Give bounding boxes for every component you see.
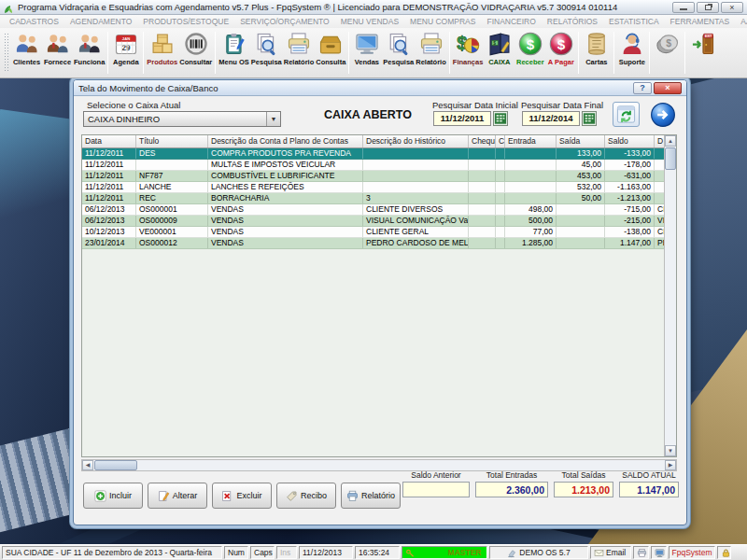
- refresh-button[interactable]: [613, 102, 640, 127]
- report-printer-icon: [286, 31, 312, 57]
- cashbox-select[interactable]: CAIXA DINHEIRO ▼: [83, 111, 281, 127]
- table-row[interactable]: 11/12/2011NF787COMBUSTÍVEL E LUBRIFICANT…: [82, 171, 666, 182]
- toolbar-receber[interactable]: $Receber: [514, 28, 545, 77]
- toolbar-label: Cartas: [585, 58, 607, 66]
- toolbar-clientes[interactable]: Clientes: [11, 28, 42, 77]
- toolbar-financas[interactable]: $Finanças: [452, 28, 485, 77]
- menu-item-agendamento[interactable]: AGENDAMENTO: [64, 17, 137, 26]
- toolbar-a-pagar[interactable]: $A Pagar: [545, 28, 576, 77]
- toolbar-pesquisa[interactable]: Pesquisa: [382, 28, 415, 77]
- relatorio-button[interactable]: Relatório: [341, 483, 401, 509]
- vertical-scroll-thumb[interactable]: [665, 147, 676, 170]
- scroll-right-icon[interactable]: ▶: [665, 460, 676, 470]
- toolbar-separator: [107, 32, 108, 74]
- toolbar-suporte[interactable]: Suporte: [616, 28, 647, 77]
- toolbar-relatorio[interactable]: Relatório: [283, 28, 316, 77]
- cell: 1.285,00: [505, 238, 557, 248]
- toolbar-separator: [613, 32, 614, 74]
- menu-item-produtos-estoque[interactable]: PRODUTOS/ESTOQUE: [137, 17, 234, 26]
- cell: [469, 227, 496, 237]
- cell: [505, 160, 557, 170]
- toolbar-cartas[interactable]: Cartas: [581, 28, 612, 77]
- table-row[interactable]: 06/12/2013OS000009VENDASVISUAL COMUNICAÇ…: [82, 216, 666, 227]
- menu-item-servico-orcamento[interactable]: SERVIÇO/ORÇAMENTO: [234, 17, 335, 26]
- toolbar-exit-icon[interactable]: EXIT: [687, 28, 718, 77]
- horizontal-scroll-thumb[interactable]: [94, 460, 137, 470]
- cell: [136, 160, 208, 170]
- status-num: Num: [224, 546, 248, 559]
- menu-item-financeiro[interactable]: FINANCEIRO: [481, 17, 541, 26]
- menu-item-menu-vendas[interactable]: MENU VENDAS: [335, 17, 404, 26]
- table-row[interactable]: 06/12/2013OS000001VENDASCLIENTE DIVERSOS…: [82, 204, 666, 216]
- restore-button[interactable]: [697, 2, 719, 13]
- cell: VENDAS: [208, 216, 363, 226]
- toolbar-fornece[interactable]: Fornece: [42, 28, 73, 77]
- toolbar-pesquisa[interactable]: Pesquisa: [250, 28, 283, 77]
- cell: 1.147,00: [605, 238, 655, 248]
- table-row[interactable]: 11/12/2011MULTAS E IMPOSTOS VEICULAR45,0…: [82, 160, 666, 171]
- status-email[interactable]: Email: [590, 546, 631, 559]
- cell: [496, 204, 505, 215]
- dialog-help-button[interactable]: ?: [633, 82, 652, 94]
- cell: -1.163,00: [605, 182, 655, 192]
- scroll-left-icon[interactable]: ◀: [82, 460, 93, 470]
- menu-item-cadastros[interactable]: CADASTROS: [4, 17, 64, 26]
- minimize-button[interactable]: [672, 2, 695, 13]
- menu-item-ferramentas[interactable]: FERRAMENTAS: [665, 17, 736, 26]
- action-buttons: IncluirAlterarExcluirReciboRelatório: [83, 483, 401, 509]
- go-button[interactable]: [650, 102, 676, 128]
- calendar-picker-final-icon[interactable]: [582, 111, 597, 126]
- close-button[interactable]: ×: [721, 2, 743, 13]
- receipt-icon: [286, 490, 298, 502]
- cell: [469, 193, 496, 203]
- menu-item-ajuda[interactable]: AJUDA: [735, 17, 747, 26]
- toolbar-vendas[interactable]: Vendas: [351, 28, 382, 77]
- date-initial-field[interactable]: 11/12/2011: [433, 111, 491, 126]
- vertical-scrollbar[interactable]: ▲ ▼: [664, 135, 676, 456]
- toolbar-drag-handle[interactable]: [4, 33, 9, 73]
- incluir-button[interactable]: Incluir: [83, 483, 143, 509]
- toolbar-consulta[interactable]: Consulta: [315, 28, 346, 77]
- toolbar-label: Produtos: [147, 58, 177, 66]
- stamp-icon: [507, 548, 517, 558]
- dialog-close-button[interactable]: ×: [654, 82, 682, 94]
- cell: [496, 193, 505, 203]
- toolbar-consultar[interactable]: Consultar: [178, 28, 213, 77]
- menu-item-estatistica[interactable]: ESTATISTICA: [603, 17, 665, 26]
- excluir-button[interactable]: Excluir: [212, 483, 272, 509]
- recibo-button[interactable]: Recibo: [276, 483, 336, 509]
- scroll-down-icon[interactable]: ▼: [665, 445, 676, 456]
- toolbar-agenda[interactable]: JAN29Agenda: [110, 28, 141, 77]
- table-row[interactable]: 23/01/2014OS000012VENDASPEDRO CARDOSO DE…: [82, 238, 666, 249]
- cell: [469, 160, 496, 170]
- toolbar-coin-icon[interactable]: $: [652, 28, 683, 77]
- cell: [557, 216, 605, 226]
- toolbar-label: A Pagar: [548, 58, 574, 66]
- cell: [469, 182, 496, 192]
- toolbar-produtos[interactable]: Produtos: [146, 28, 178, 77]
- date-final-field[interactable]: 11/12/2014: [522, 111, 580, 126]
- scroll-up-icon[interactable]: ▲: [665, 135, 676, 147]
- menu-item-relatorios[interactable]: RELATÓRIOS: [542, 17, 603, 26]
- toolbar-funciona[interactable]: Funciona: [73, 28, 106, 77]
- total-out-value: 1.213,00: [554, 482, 613, 497]
- svg-text:$: $: [557, 36, 566, 52]
- cash-movement-dialog: Tela do Movimento de Caixa/Banco ? × Sel…: [73, 79, 687, 525]
- lock-small-icon: [721, 548, 731, 558]
- table-row[interactable]: 11/12/2011DESCOMPRA PRODUTOS PRA REVENDA…: [82, 148, 666, 160]
- chevron-down-icon[interactable]: ▼: [266, 112, 280, 126]
- menu-item-menu-compras[interactable]: MENU COMPRAS: [404, 17, 481, 26]
- column-header-saldo: Saldo: [605, 135, 655, 147]
- toolbar-menu-os[interactable]: Menu OS: [218, 28, 250, 77]
- table-row[interactable]: 10/12/2013VE000001VENDASCLIENTE GERAL77,…: [82, 227, 666, 238]
- current-balance-label: SALDO ATUAL: [619, 470, 679, 480]
- toolbar-relatorio[interactable]: Relatório: [415, 28, 447, 77]
- column-header-data: Data: [82, 135, 136, 147]
- svg-text:JAN: JAN: [122, 36, 130, 41]
- alterar-button[interactable]: Alterar: [148, 483, 207, 509]
- table-row[interactable]: 11/12/2011RECBORRACHARIA350,00-1.213,00: [82, 193, 666, 204]
- toolbar-caixa[interactable]: $CAIXA: [484, 28, 514, 77]
- table-row[interactable]: 11/12/2011LANCHELANCHES E REFEIÇÕES532,0…: [82, 182, 666, 193]
- calendar-picker-initial-icon[interactable]: [493, 111, 508, 126]
- edit-icon: [158, 490, 170, 502]
